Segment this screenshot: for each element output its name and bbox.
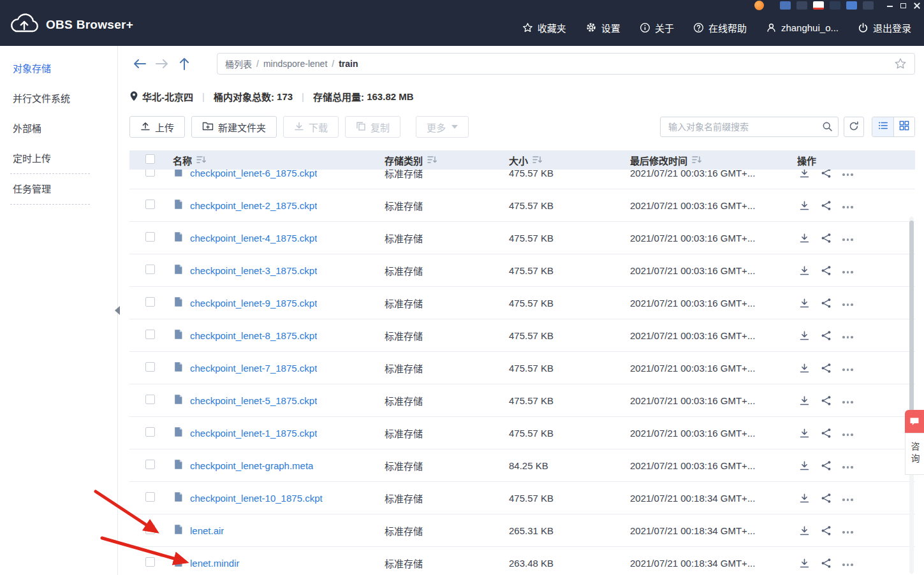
sidebar-item-parallel-fs[interactable]: 并行文件系统 [0,84,117,113]
row-more-actions-icon[interactable] [842,267,853,273]
shield-icon[interactable] [863,1,874,10]
object-name-link[interactable]: checkpoint_lenet-2_1875.ckpt [190,200,317,211]
chat-bubble-icon[interactable] [905,410,924,433]
menu-online-help[interactable]: 在线帮助 [693,21,747,34]
sidebar-item-object-storage[interactable]: 对象存储 [0,54,117,84]
column-header-size[interactable]: 大小 [509,154,630,167]
favorite-star-icon[interactable] [894,57,907,70]
row-more-actions-icon[interactable] [842,495,853,501]
row-checkbox[interactable] [145,330,155,339]
object-search-input[interactable] [660,117,839,137]
row-checkbox[interactable] [145,200,155,209]
object-name-link[interactable]: checkpoint_lenet-graph.meta [190,460,313,471]
row-more-actions-icon[interactable] [842,527,853,534]
back-button[interactable] [132,56,147,71]
list-view-button[interactable] [872,117,893,136]
row-share-icon[interactable] [821,265,832,276]
search-icon[interactable] [822,121,833,135]
object-name-link[interactable]: lenet.air [190,525,224,536]
row-checkbox[interactable] [145,297,155,307]
up-level-button[interactable] [177,56,192,71]
row-share-icon[interactable] [821,428,832,439]
row-checkbox[interactable] [145,427,155,437]
menu-about[interactable]: 关于 [640,21,674,34]
menu-logout[interactable]: 退出登录 [858,21,911,34]
row-share-icon[interactable] [821,170,832,178]
row-download-icon[interactable] [799,363,810,374]
row-more-actions-icon[interactable] [842,430,853,436]
row-download-icon[interactable] [799,170,810,178]
row-download-icon[interactable] [799,395,810,406]
row-download-icon[interactable] [799,428,810,439]
object-name-link[interactable]: checkpoint_lenet-5_1875.ckpt [190,395,317,406]
row-checkbox[interactable] [145,525,155,534]
row-share-icon[interactable] [821,525,832,536]
row-checkbox[interactable] [145,460,155,469]
sidebar-item-external-bucket[interactable]: 外部桶 [0,113,117,143]
row-more-actions-icon[interactable] [842,462,853,469]
maximize-icon[interactable] [900,3,906,8]
row-download-icon[interactable] [799,525,810,536]
refresh-button[interactable] [844,117,864,137]
row-download-icon[interactable] [799,558,810,569]
object-name-link[interactable]: checkpoint_lenet-4_1875.ckpt [190,233,317,244]
sidebar-item-scheduled-upload[interactable]: 定时上传 [0,143,117,173]
forward-button[interactable] [154,56,170,71]
row-share-icon[interactable] [821,363,832,374]
row-more-actions-icon[interactable] [842,365,853,371]
orange-app-icon[interactable] [754,1,764,10]
object-name-link[interactable]: checkpoint_lenet-10_1875.ckpt [190,493,323,504]
minimize-icon[interactable] [887,6,893,7]
object-name-link[interactable]: checkpoint_lenet-6_1875.ckpt [190,170,317,178]
row-more-actions-icon[interactable] [842,397,853,404]
menu-account[interactable]: zhanghui_o... [766,22,839,33]
menu-favorites[interactable]: 收藏夹 [522,21,566,34]
row-share-icon[interactable] [821,233,832,244]
row-more-actions-icon[interactable] [842,300,853,306]
column-header-storage-class[interactable]: 存储类别 [385,154,509,167]
row-more-actions-icon[interactable] [842,560,853,566]
row-share-icon[interactable] [821,395,832,406]
grid-view-button[interactable] [893,117,914,136]
row-more-actions-icon[interactable] [842,170,853,176]
object-name-link[interactable]: checkpoint_lenet-7_1875.ckpt [190,363,317,374]
keyboard-icon[interactable] [796,1,807,10]
row-more-actions-icon[interactable] [842,332,853,338]
row-checkbox[interactable] [145,170,155,177]
copy-button[interactable]: 复制 [345,116,400,138]
row-download-icon[interactable] [799,330,810,341]
row-checkbox[interactable] [145,395,155,404]
object-name-link[interactable]: checkpoint_lenet-1_1875.ckpt [190,428,317,439]
row-share-icon[interactable] [821,493,832,504]
row-checkbox[interactable] [145,362,155,372]
row-checkbox[interactable] [145,232,155,242]
column-header-name[interactable]: 名称 [168,154,385,167]
candidate-box-icon[interactable] [813,1,824,10]
row-download-icon[interactable] [799,493,810,504]
row-more-actions-icon[interactable] [842,235,853,241]
row-download-icon[interactable] [799,460,810,471]
ime-icon[interactable] [780,1,791,10]
object-name-link[interactable]: checkpoint_lenet-8_1875.ckpt [190,330,317,341]
row-share-icon[interactable] [821,298,832,309]
download-button[interactable]: 下载 [283,116,339,138]
row-download-icon[interactable] [799,265,810,276]
row-checkbox[interactable] [145,492,155,502]
breadcrumb-bucket-list[interactable]: 桶列表 [225,57,252,70]
select-all-checkbox[interactable] [145,154,155,164]
row-checkbox[interactable] [145,557,155,567]
row-share-icon[interactable] [821,200,832,211]
upload-button[interactable]: 上传 [129,116,185,138]
row-more-actions-icon[interactable] [842,202,853,208]
object-name-link[interactable]: checkpoint_lenet-9_1875.ckpt [190,298,317,309]
row-download-icon[interactable] [799,200,810,211]
apps-grid-icon[interactable] [846,1,857,10]
object-name-link[interactable]: lenet.mindir [190,558,240,569]
row-download-icon[interactable] [799,298,810,309]
menu-settings[interactable]: 设置 [585,21,620,34]
sidebar-item-task-management[interactable]: 任务管理 [0,174,117,204]
consult-widget[interactable]: 咨询 [905,410,924,475]
object-name-link[interactable]: checkpoint_lenet-3_1875.ckpt [190,265,317,276]
row-checkbox[interactable] [145,265,155,274]
row-share-icon[interactable] [821,460,832,471]
